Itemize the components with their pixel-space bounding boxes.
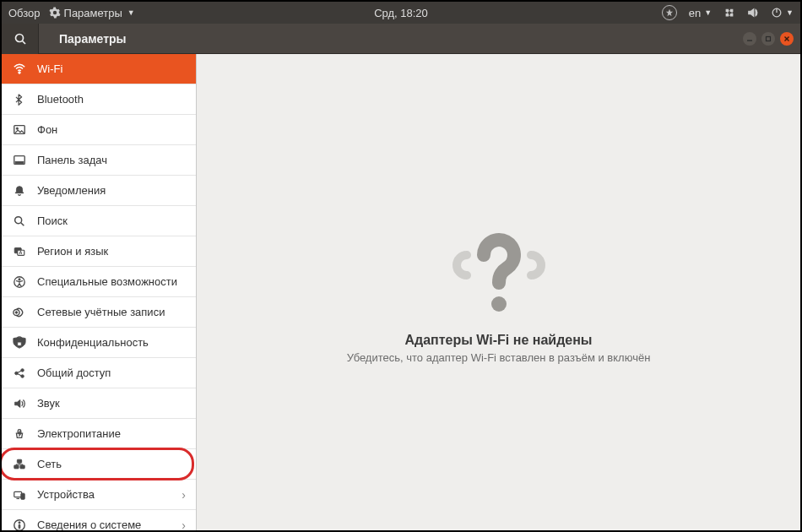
sidebar-item-label: Электропитание bbox=[37, 427, 121, 440]
sidebar-item-accessibility[interactable]: Специальные возможности bbox=[2, 267, 196, 297]
sidebar-item-label: Регион и язык bbox=[37, 245, 108, 258]
svg-point-9 bbox=[491, 296, 507, 312]
sidebar-item-privacy[interactable]: Конфиденциальность bbox=[2, 328, 196, 358]
window-title: Параметры bbox=[39, 32, 127, 46]
bluetooth-icon bbox=[12, 93, 27, 106]
sidebar-item-network[interactable]: Сеть bbox=[2, 449, 196, 480]
sidebar-item-notifications[interactable]: Уведомления bbox=[2, 176, 196, 206]
sidebar-item-label: Bluetooth bbox=[37, 93, 84, 106]
keyboard-layout-indicator[interactable]: en▼ bbox=[689, 7, 712, 19]
online-accounts-icon bbox=[12, 306, 27, 319]
maximize-button[interactable] bbox=[761, 32, 775, 46]
sidebar-item-wifi[interactable]: Wi-Fi bbox=[2, 54, 196, 84]
sidebar-item-details[interactable]: Сведения о системе› bbox=[2, 510, 196, 530]
details-icon bbox=[12, 518, 27, 531]
sidebar-item-region[interactable]: Регион и язык bbox=[2, 236, 196, 267]
power-menu-icon[interactable]: ▼ bbox=[771, 7, 794, 19]
notifications-icon bbox=[12, 184, 27, 198]
sidebar-item-label: Фон bbox=[37, 123, 57, 136]
chevron-right-icon: › bbox=[182, 518, 186, 531]
search-icon bbox=[14, 32, 27, 46]
privacy-icon bbox=[12, 336, 27, 350]
activities-button[interactable]: Обзор bbox=[8, 7, 41, 19]
sidebar-item-label: Сеть bbox=[37, 458, 62, 470]
sidebar-item-search[interactable]: Поиск bbox=[2, 206, 196, 236]
empty-state-subtitle: Убедитесь, что адаптер Wi-Fi вставлен в … bbox=[347, 351, 651, 364]
sharing-icon bbox=[12, 366, 27, 380]
sidebar-item-label: Устройства bbox=[37, 488, 95, 501]
chevron-right-icon: › bbox=[182, 488, 186, 502]
sidebar-item-sharing[interactable]: Общий доступ bbox=[2, 358, 196, 388]
sidebar-item-label: Уведомления bbox=[37, 184, 106, 197]
settings-sidebar: Wi-FiBluetoothФонПанель задачУведомления… bbox=[2, 54, 197, 530]
sidebar-item-label: Общий доступ bbox=[37, 366, 111, 379]
sidebar-item-sound[interactable]: Звук bbox=[2, 388, 196, 419]
svg-line-4 bbox=[22, 41, 25, 44]
sidebar-item-label: Сведения о системе bbox=[37, 518, 141, 530]
app-menu-button[interactable]: Параметры ▼ bbox=[49, 7, 135, 19]
sidebar-item-label: Поиск bbox=[37, 214, 68, 227]
svg-rect-6 bbox=[767, 36, 771, 41]
wifi-icon bbox=[12, 62, 27, 76]
settings-headerbar: Параметры bbox=[2, 24, 800, 54]
sidebar-item-label: Wi-Fi bbox=[37, 62, 62, 75]
clock[interactable]: Срд, 18:20 bbox=[374, 7, 428, 19]
devices-icon bbox=[12, 488, 27, 502]
background-icon bbox=[12, 123, 27, 137]
search-icon bbox=[12, 214, 27, 228]
network-icon[interactable] bbox=[723, 7, 735, 19]
dock-icon bbox=[12, 154, 27, 167]
sidebar-item-power[interactable]: Электропитание bbox=[2, 419, 196, 449]
sidebar-item-online-accounts[interactable]: Сетевые учётные записи bbox=[2, 297, 196, 328]
sidebar-item-label: Специальные возможности bbox=[37, 275, 177, 288]
close-button[interactable] bbox=[780, 32, 794, 46]
power-icon bbox=[12, 427, 27, 441]
region-icon bbox=[12, 245, 27, 258]
minimize-button[interactable] bbox=[743, 32, 756, 46]
sidebar-item-label: Панель задач bbox=[37, 154, 107, 166]
settings-icon bbox=[49, 7, 61, 19]
sidebar-item-dock[interactable]: Панель задач bbox=[2, 145, 196, 176]
svg-marker-0 bbox=[666, 9, 673, 16]
sidebar-item-label: Сетевые учётные записи bbox=[37, 306, 165, 318]
gnome-topbar: Обзор Параметры ▼ Срд, 18:20 en▼ ▼ bbox=[2, 2, 800, 24]
sidebar-item-devices[interactable]: Устройства› bbox=[2, 480, 196, 510]
empty-state-title: Адаптеры Wi-Fi не найдены bbox=[404, 333, 592, 348]
sidebar-item-label: Конфиденциальность bbox=[37, 336, 149, 349]
chevron-down-icon: ▼ bbox=[127, 8, 135, 17]
sound-icon bbox=[12, 397, 27, 410]
search-button[interactable] bbox=[2, 24, 39, 54]
question-mark-icon bbox=[448, 221, 550, 323]
settings-content: Адаптеры Wi-Fi не найдены Убедитесь, что… bbox=[197, 54, 800, 530]
places-icon[interactable] bbox=[662, 5, 677, 20]
svg-point-3 bbox=[15, 34, 23, 41]
sidebar-item-label: Звук bbox=[37, 397, 60, 410]
annotation-highlight-ring bbox=[2, 448, 194, 480]
sidebar-item-bluetooth[interactable]: Bluetooth bbox=[2, 84, 196, 115]
volume-icon[interactable] bbox=[747, 7, 759, 19]
sidebar-item-background[interactable]: Фон bbox=[2, 115, 196, 145]
network-icon bbox=[12, 458, 27, 471]
accessibility-icon bbox=[12, 275, 27, 289]
